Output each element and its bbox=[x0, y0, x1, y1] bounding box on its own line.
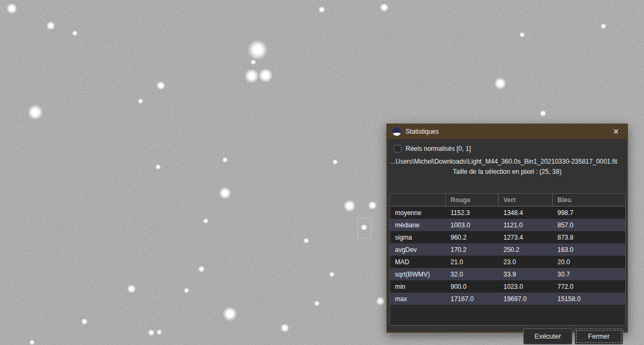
table-row[interactable]: médiane1003.01121.0857.0 bbox=[390, 219, 625, 231]
row-label: médiane bbox=[390, 219, 446, 231]
close-icon[interactable]: ✕ bbox=[604, 124, 628, 139]
cell-value: 17167.0 bbox=[446, 293, 499, 305]
cell-value: 30.7 bbox=[553, 268, 625, 280]
row-label: sqrt(BWMV) bbox=[390, 268, 446, 280]
row-label: moyenne bbox=[390, 206, 446, 219]
dialog-title: Statistiques bbox=[406, 128, 439, 135]
statistics-dialog: Statistiques ✕ Réels normalisés [0, 1] .… bbox=[386, 124, 628, 333]
stats-table-header: RougeVertBleu bbox=[390, 194, 625, 206]
star bbox=[245, 69, 259, 83]
row-label: avgDev bbox=[390, 243, 446, 256]
table-row[interactable]: max17167.019697.015158.0 bbox=[390, 293, 625, 305]
cell-value: 772.0 bbox=[553, 280, 625, 293]
table-row[interactable]: MAD21.023.020.0 bbox=[390, 256, 625, 268]
table-row[interactable]: sqrt(BWMV)32.033.930.7 bbox=[390, 268, 625, 280]
row-label: MAD bbox=[390, 256, 446, 268]
close-button[interactable]: Fermer bbox=[575, 328, 623, 344]
star bbox=[157, 329, 162, 335]
star bbox=[304, 238, 309, 243]
star bbox=[222, 157, 228, 163]
table-row[interactable]: min900.01023.0772.0 bbox=[390, 280, 625, 293]
star bbox=[223, 307, 237, 321]
cell-value: 857.0 bbox=[553, 219, 625, 231]
normalized-checkbox-label[interactable]: Réels normalisés [0, 1] bbox=[406, 145, 471, 152]
cell-value: 163.0 bbox=[553, 243, 625, 256]
cell-value: 873.8 bbox=[553, 231, 625, 243]
dialog-titlebar[interactable]: Statistiques ✕ bbox=[386, 124, 628, 139]
star bbox=[601, 24, 606, 29]
table-row[interactable]: moyenne1152.31348.4998.7 bbox=[390, 206, 625, 219]
dialog-body: Réels normalisés [0, 1] ...Users\Michel\… bbox=[387, 139, 627, 332]
cell-value: 1273.4 bbox=[499, 231, 553, 243]
star bbox=[281, 324, 289, 332]
star bbox=[127, 285, 136, 293]
stats-table-body: moyenne1152.31348.4998.7médiane1003.0112… bbox=[390, 206, 625, 305]
cell-value: 19697.0 bbox=[499, 293, 553, 305]
star bbox=[157, 81, 165, 90]
star bbox=[332, 159, 338, 165]
cell-value: 170.2 bbox=[446, 243, 499, 256]
cell-value: 32.0 bbox=[446, 268, 499, 280]
star bbox=[46, 21, 55, 30]
cell-value: 250.2 bbox=[499, 243, 553, 256]
column-header[interactable]: Bleu bbox=[553, 194, 625, 206]
cell-value: 20.0 bbox=[553, 256, 625, 268]
star bbox=[156, 164, 161, 170]
cell-value: 960.2 bbox=[446, 231, 499, 243]
star bbox=[314, 301, 320, 306]
selection-size-label: Taille de la sélection en pixel : (25, 3… bbox=[387, 168, 627, 175]
star bbox=[29, 340, 35, 345]
cell-value: 33.9 bbox=[499, 268, 553, 280]
star bbox=[376, 297, 385, 305]
table-row[interactable]: avgDev170.2250.2163.0 bbox=[390, 243, 625, 256]
cell-value: 900.0 bbox=[446, 280, 499, 293]
star bbox=[72, 30, 77, 36]
star bbox=[259, 68, 273, 82]
column-header[interactable] bbox=[390, 194, 446, 206]
cell-value: 1023.0 bbox=[499, 280, 553, 293]
normalized-checkbox[interactable] bbox=[394, 145, 401, 152]
star bbox=[329, 272, 335, 277]
normalized-checkbox-row: Réels normalisés [0, 1] bbox=[394, 145, 471, 152]
row-label: min bbox=[390, 280, 446, 293]
cell-value: 15158.0 bbox=[553, 293, 625, 305]
cell-value: 21.0 bbox=[446, 256, 499, 268]
column-header[interactable]: Vert bbox=[499, 194, 553, 206]
star bbox=[380, 3, 389, 12]
cell-value: 998.7 bbox=[553, 206, 625, 219]
star bbox=[203, 218, 208, 224]
stats-table: RougeVertBleu moyenne1152.31348.4998.7mé… bbox=[390, 193, 626, 326]
row-label: max bbox=[390, 293, 446, 305]
star bbox=[368, 201, 377, 210]
row-label: sigma bbox=[390, 231, 446, 243]
cell-value: 1348.4 bbox=[499, 206, 553, 219]
star bbox=[6, 3, 17, 13]
file-path: ...Users\Michel\Downloads\Light_M44_360.… bbox=[390, 158, 624, 165]
column-header[interactable]: Rouge bbox=[446, 194, 499, 206]
star bbox=[184, 288, 189, 293]
cell-value: 1121.0 bbox=[499, 219, 553, 231]
table-row[interactable]: sigma960.21273.4873.8 bbox=[390, 231, 625, 243]
selection-rectangle[interactable] bbox=[358, 218, 371, 239]
star bbox=[138, 98, 143, 104]
execute-button[interactable]: Exécuter bbox=[523, 328, 572, 344]
siril-app-icon bbox=[392, 127, 401, 136]
star bbox=[519, 32, 525, 37]
star bbox=[251, 59, 256, 65]
cell-value: 1003.0 bbox=[446, 219, 499, 231]
star bbox=[248, 40, 267, 59]
cell-value: 1152.3 bbox=[446, 206, 499, 219]
cell-value: 23.0 bbox=[499, 256, 553, 268]
